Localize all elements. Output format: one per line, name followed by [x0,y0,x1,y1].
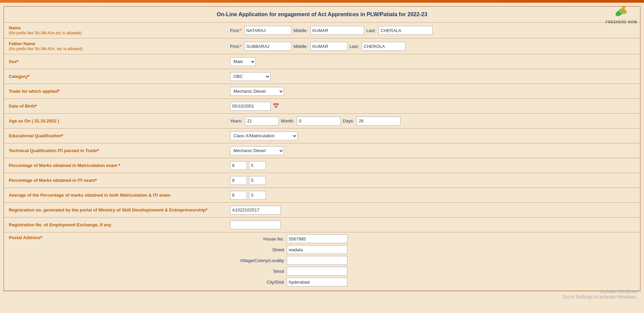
reg-portal-field [227,204,640,217]
name-middle-label: Middle: [293,28,308,33]
iti-percent-input1[interactable] [230,176,247,185]
top-bar [0,0,644,3]
trade-select[interactable]: Mechanic Diesel Electrician Fitter Welde… [230,87,284,96]
days-input[interactable] [357,117,400,125]
svg-point-2 [622,6,625,9]
tech-qual-row: Technical Qualification ITI passed in Tr… [4,143,640,158]
postal-address-fields: House No. Street Village/Colony/Locality… [227,232,640,290]
tech-qual-field: Mechanic Diesel Electrician Fitter [227,144,640,157]
edu-qual-select[interactable]: Class X/Matriculation ITI Diploma [230,132,298,140]
reg-portal-label: Registration no. generated by the portal… [4,205,227,215]
sex-select[interactable]: Male Female Other [230,57,256,66]
month-input[interactable] [297,117,341,125]
category-select[interactable]: General OBC SC ST [230,72,271,81]
page-title: On-Line Application for engagement of Ac… [4,7,640,23]
days-label: Days: [343,118,354,123]
name-first-label: First:* [230,28,242,33]
avg-percent-label: Average of the Percentage of marks obtai… [4,190,227,200]
edu-qual-field: Class X/Matriculation ITI Diploma [227,130,640,142]
city-label: City/Distt [230,280,284,285]
village-row: Village/Colony/Locality [230,256,637,265]
sex-field: Male Female Other [227,55,640,68]
father-name-label: Father Name (No prefix like Sh./Mr./Km. … [4,38,227,54]
postal-address-label: Postal Address* [4,232,227,243]
avg-percent-input2[interactable] [249,191,266,200]
month-label: Month: [281,118,294,123]
father-first-label: First:* [230,44,242,49]
dob-field: 📅 [227,100,640,113]
father-name-fields: First:* Middle: Last: [227,40,640,53]
iti-percent-label: Percentage of Marks obtained in ITI exam… [4,175,227,186]
dob-label: Date of Birth* [4,101,227,111]
avg-percent-field [227,189,640,202]
postal-address-row: Postal Address* House No. Street Village… [4,232,640,291]
dob-input[interactable] [230,102,271,111]
tech-qual-select[interactable]: Mechanic Diesel Electrician Fitter [230,146,284,155]
iti-percent-row: Percentage of Marks obtained in ITI exam… [4,173,640,188]
matric-percent-row: Percentage of Marks obtained in Matricul… [4,158,640,173]
age-label: Age as On ( 31.10.2022 ) [4,116,227,126]
avg-percent-input1[interactable] [230,191,247,200]
iti-percent-field [227,174,640,187]
reg-employment-row: Registration No. of Employment Exchange,… [4,218,640,232]
father-name-row: Father Name (No prefix like Sh./Mr./Km. … [4,38,640,54]
matric-percent-input2[interactable] [249,161,266,170]
father-last-label: Last: [349,44,359,49]
village-input[interactable] [287,256,347,265]
avg-percent-row: Average of the Percentage of marks obtai… [4,188,640,203]
village-label: Village/Colony/Locality [230,258,284,263]
matric-percent-field [227,159,640,172]
iti-percent-input2[interactable] [249,176,266,185]
age-field: Years: Month: Days: [227,115,640,127]
city-input[interactable] [287,278,347,286]
father-first-input[interactable] [244,42,291,51]
logo-area: FRESHERS NOW [606,3,637,24]
house-no-row: House No. [230,234,637,243]
dob-row: Date of Birth* 📅 [4,99,640,114]
father-middle-input[interactable] [310,42,347,51]
house-no-label: House No. [230,236,284,241]
street-input[interactable] [287,245,347,254]
trade-label: Trade for which applied* [4,86,227,96]
sex-label: Sex* [4,56,227,67]
house-no-input[interactable] [287,234,347,243]
category-row: Category* General OBC SC ST [4,69,640,84]
category-field: General OBC SC ST [227,70,640,83]
trade-field: Mechanic Diesel Electrician Fitter Welde… [227,85,640,98]
edu-qual-label: Educational Qualification* [4,131,227,141]
city-row: City/Distt [230,278,637,286]
name-last-label: Last: [366,28,376,33]
father-last-input[interactable] [362,42,405,51]
tehsil-row: Tehsil [230,267,637,276]
years-input[interactable] [245,117,279,125]
reg-employment-field [227,219,640,231]
name-row: Name (No prefix like Sh./Mr./Km.etc is a… [4,23,640,38]
reg-employment-label: Registration No. of Employment Exchange,… [4,220,227,230]
trade-row: Trade for which applied* Mechanic Diesel… [4,84,640,99]
tech-qual-label: Technical Qualification ITI passed in Tr… [4,145,227,156]
matric-percent-label: Percentage of Marks obtained in Matricul… [4,160,227,171]
reg-employment-input[interactable] [230,221,281,229]
name-fields: First:* Middle: Last: [227,24,640,37]
reg-portal-row: Registration no. generated by the portal… [4,203,640,218]
street-row: Street [230,245,637,254]
edu-qual-row: Educational Qualification* Class X/Matri… [4,129,640,143]
tehsil-input[interactable] [287,267,347,276]
calendar-icon[interactable]: 📅 [273,103,279,109]
father-middle-label: Middle: [293,44,308,49]
reg-portal-input[interactable] [230,206,281,215]
freshers-now-logo [613,3,630,20]
name-middle-input[interactable] [310,26,364,35]
tehsil-label: Tehsil [230,269,284,274]
sex-row: Sex* Male Female Other [4,54,640,69]
street-label: Street [230,247,284,252]
main-container: On-Line Application for engagement of Ac… [3,6,641,291]
logo-text: FRESHERS NOW [606,20,637,24]
years-label: Years: [230,118,242,123]
name-label: Name (No prefix like Sh./Mr./Km.etc is a… [4,23,227,38]
age-row: Age as On ( 31.10.2022 ) Years: Month: D… [4,114,640,129]
matric-percent-input1[interactable] [230,161,247,170]
category-label: Category* [4,71,227,82]
name-first-input[interactable] [244,26,291,35]
name-last-input[interactable] [379,26,432,35]
